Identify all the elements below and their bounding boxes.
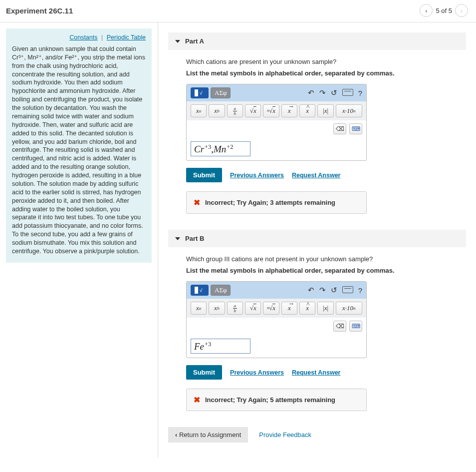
- svg-text:√: √: [200, 90, 203, 96]
- question-text: Which group III cations are not present …: [186, 255, 456, 263]
- backspace-button[interactable]: ⌫: [333, 123, 346, 134]
- sqrt-button[interactable]: √x: [245, 104, 261, 117]
- hat-button[interactable]: x^: [299, 302, 315, 315]
- superscript-button[interactable]: xa: [191, 302, 207, 315]
- info-panel: Constants | Periodic Table Given an unkn…: [6, 28, 152, 263]
- feedback-text: Incorrect; Try Again; 3 attempts remaini…: [205, 199, 335, 206]
- part-label: Part B: [185, 235, 204, 242]
- submit-button[interactable]: Submit: [186, 168, 222, 182]
- incorrect-icon: ✖: [194, 198, 200, 207]
- problem-description: Given an unknown sample that could conta…: [12, 45, 146, 256]
- equation-editor: √ ΑΣφ ↶ ↷ ↺ ? xa xb ab: [186, 84, 367, 161]
- previous-answers-link[interactable]: Previous Answers: [230, 172, 284, 179]
- request-answer-link[interactable]: Request Answer: [292, 369, 340, 376]
- answer-input[interactable]: Fe+3: [191, 339, 250, 354]
- pager-text: 5 of 5: [436, 7, 452, 14]
- help-icon[interactable]: ?: [358, 286, 362, 295]
- undo-icon[interactable]: ↶: [308, 286, 314, 295]
- reset-icon[interactable]: ↺: [331, 88, 337, 97]
- pager: ‹ 5 of 5 ›: [420, 4, 468, 17]
- provide-feedback-link[interactable]: Provide Feedback: [259, 431, 311, 439]
- previous-answers-link[interactable]: Previous Answers: [230, 369, 284, 376]
- keyboard-toggle-button[interactable]: ⌨: [349, 321, 362, 332]
- hat-button[interactable]: x^: [299, 104, 315, 117]
- return-button[interactable]: Return to Assignment: [168, 427, 248, 443]
- greek-button[interactable]: ΑΣφ: [211, 87, 231, 98]
- incorrect-icon: ✖: [194, 395, 200, 405]
- keyboard-toggle-button[interactable]: ⌨: [349, 123, 362, 134]
- reset-icon[interactable]: ↺: [331, 286, 337, 295]
- instruction-text: List the metal symbols in alphabetical o…: [186, 267, 456, 274]
- keyboard-icon[interactable]: [342, 89, 353, 97]
- part: Part B Which group III cations are not p…: [168, 230, 466, 411]
- part-label: Part A: [185, 37, 204, 45]
- feedback-box: ✖ Incorrect; Try Again; 5 attempts remai…: [186, 389, 367, 411]
- part-header[interactable]: Part A: [168, 32, 466, 50]
- request-answer-link[interactable]: Request Answer: [292, 172, 340, 179]
- nthroot-button[interactable]: n√x: [263, 302, 279, 315]
- constants-link[interactable]: Constants: [69, 34, 97, 41]
- backspace-button[interactable]: ⌫: [333, 321, 346, 332]
- page-header: Experiment 26C.11 ‹ 5 of 5 ›: [0, 0, 476, 22]
- part: Part A Which cations are present in your…: [168, 32, 466, 214]
- superscript-button[interactable]: xa: [191, 104, 207, 117]
- sqrt-button[interactable]: √x: [245, 302, 261, 315]
- footer: Return to Assignment Provide Feedback: [168, 427, 466, 443]
- help-icon[interactable]: ?: [358, 89, 362, 97]
- svg-text:√: √: [200, 288, 203, 293]
- instruction-text: List the metal symbols in alphabetical o…: [186, 69, 456, 77]
- greek-button[interactable]: ΑΣφ: [211, 285, 231, 296]
- templates-button[interactable]: √: [191, 285, 209, 296]
- keyboard-icon[interactable]: [342, 286, 353, 295]
- pager-next-button: ›: [455, 4, 468, 17]
- redo-icon[interactable]: ↷: [319, 286, 326, 295]
- redo-icon[interactable]: ↷: [319, 88, 326, 97]
- page-title: Experiment 26C.11: [6, 6, 73, 15]
- caret-down-icon: [175, 237, 180, 240]
- nthroot-button[interactable]: n√x: [263, 104, 279, 117]
- vector-button[interactable]: x→: [281, 302, 297, 315]
- templates-button[interactable]: √: [191, 87, 209, 98]
- link-separator: |: [101, 34, 103, 41]
- answer-input[interactable]: Cr+3,Mn+2: [191, 141, 250, 156]
- submit-button[interactable]: Submit: [186, 365, 222, 380]
- subscript-button[interactable]: xb: [209, 302, 225, 315]
- fraction-button[interactable]: ab: [227, 302, 243, 315]
- svg-rect-0: [195, 89, 198, 96]
- equation-editor: √ ΑΣφ ↶ ↷ ↺ ? xa xb ab: [186, 281, 367, 358]
- periodic-table-link[interactable]: Periodic Table: [107, 34, 146, 41]
- vector-button[interactable]: x→: [281, 104, 297, 117]
- subscript-button[interactable]: xb: [209, 104, 225, 117]
- caret-down-icon: [175, 40, 180, 43]
- question-text: Which cations are present in your unknow…: [186, 58, 456, 65]
- fraction-button[interactable]: ab: [227, 104, 243, 117]
- scientific-button[interactable]: x·10n: [336, 104, 362, 117]
- abs-button[interactable]: |x|: [317, 104, 333, 117]
- pager-prev-button[interactable]: ‹: [420, 4, 433, 17]
- feedback-box: ✖ Incorrect; Try Again; 3 attempts remai…: [186, 191, 367, 214]
- undo-icon[interactable]: ↶: [308, 88, 314, 97]
- part-header[interactable]: Part B: [168, 230, 466, 247]
- scientific-button[interactable]: x·10n: [336, 302, 362, 315]
- abs-button[interactable]: |x|: [317, 302, 333, 315]
- svg-rect-2: [195, 287, 198, 294]
- parts-container: Part A Which cations are present in your…: [158, 22, 476, 458]
- feedback-text: Incorrect; Try Again; 5 attempts remaini…: [205, 396, 335, 404]
